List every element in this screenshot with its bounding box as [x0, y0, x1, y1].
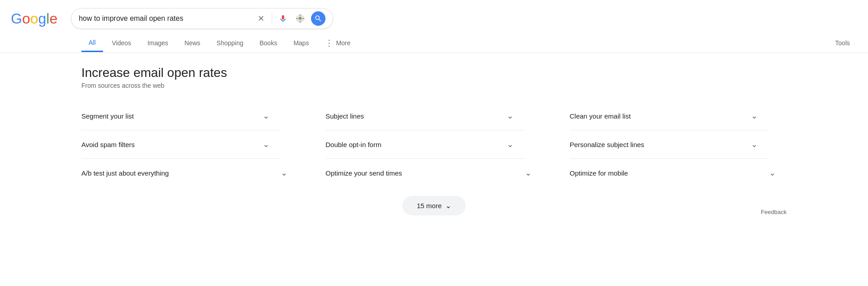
column-3: Clean your email list ⌄ Personalize subj…: [570, 102, 787, 187]
item-label: Segment your list: [81, 112, 134, 120]
logo-l: l: [46, 10, 49, 27]
tab-news-label: News: [184, 39, 200, 47]
search-bar: ✕: [71, 8, 333, 29]
tab-all[interactable]: All: [81, 34, 103, 52]
column-1: Segment your list ⌄ Avoid spam filters ⌄…: [81, 102, 298, 187]
header: G o o g l e ✕: [0, 0, 868, 29]
chevron-down-icon: ⌄: [525, 168, 532, 178]
list-item[interactable]: Double opt-in form ⌄: [326, 130, 524, 159]
tab-books-label: Books: [259, 39, 277, 47]
chevron-down-icon: ⌄: [751, 139, 758, 149]
logo-g1: G: [11, 10, 22, 27]
item-label: Optimize your send times: [326, 169, 402, 177]
main-content: Increase email open rates From sources a…: [0, 53, 868, 229]
svg-point-1: [299, 18, 301, 19]
list-item[interactable]: A/b test just about everything ⌄: [81, 159, 298, 187]
chevron-down-icon: ⌄: [751, 111, 758, 121]
tab-shopping[interactable]: Shopping: [209, 35, 250, 51]
tools-button[interactable]: Tools: [828, 35, 857, 51]
section-subtitle: From sources across the web: [81, 82, 787, 89]
tab-maps-label: Maps: [293, 39, 309, 47]
list-item[interactable]: Optimize your send times ⌄: [326, 159, 542, 187]
chevron-down-icon: ⌄: [263, 139, 269, 149]
item-label: Clean your email list: [570, 112, 631, 120]
search-input[interactable]: [79, 14, 250, 23]
clear-button[interactable]: ✕: [255, 12, 267, 25]
mic-icon: [278, 14, 288, 23]
tab-maps[interactable]: Maps: [286, 35, 316, 51]
chevron-down-icon: ⌄: [769, 168, 776, 178]
logo-o2: o: [30, 10, 38, 27]
chevron-down-icon: ⌄: [507, 139, 514, 149]
more-button-label: 15 more: [417, 202, 442, 210]
tab-images-label: Images: [147, 39, 168, 47]
logo-g2: g: [38, 10, 46, 27]
list-item[interactable]: Personalize subject lines ⌄: [570, 130, 769, 159]
logo-o1: o: [22, 10, 30, 27]
feedback-button[interactable]: Feedback: [761, 209, 787, 215]
item-label: Avoid spam filters: [81, 141, 135, 148]
tab-books[interactable]: Books: [252, 35, 284, 51]
nav-tabs: All Videos Images News Shopping Books Ma…: [0, 29, 868, 53]
list-item[interactable]: Optimize for mobile ⌄: [570, 159, 787, 187]
item-label: Optimize for mobile: [570, 169, 628, 177]
item-label: Subject lines: [326, 112, 364, 120]
column-2: Subject lines ⌄ Double opt-in form ⌄ Opt…: [326, 102, 542, 187]
more-button[interactable]: 15 more ⌄: [402, 196, 466, 215]
more-dots-icon: ⋮: [325, 38, 333, 48]
lens-button[interactable]: [294, 12, 307, 25]
tab-videos[interactable]: Videos: [105, 35, 139, 51]
tab-shopping-label: Shopping: [217, 39, 243, 47]
chevron-down-icon: ⌄: [507, 111, 514, 121]
google-logo[interactable]: G o o g l e: [11, 10, 57, 27]
clear-icon: ✕: [258, 14, 264, 24]
tab-videos-label: Videos: [112, 39, 132, 47]
chevron-down-icon: ⌄: [445, 201, 451, 210]
section-title: Increase email open rates: [81, 66, 787, 80]
tab-all-label: All: [89, 39, 96, 46]
list-item[interactable]: Avoid spam filters ⌄: [81, 130, 280, 159]
tab-more-label: More: [336, 39, 350, 47]
item-label: Personalize subject lines: [570, 141, 644, 148]
results-grid: Segment your list ⌄ Avoid spam filters ⌄…: [81, 102, 787, 187]
voice-search-button[interactable]: [277, 12, 289, 25]
chevron-down-icon: ⌄: [281, 168, 288, 178]
search-button[interactable]: [311, 11, 326, 26]
more-section: 15 more ⌄ Feedback: [81, 187, 787, 220]
list-item[interactable]: Subject lines ⌄: [326, 102, 524, 130]
divider: [272, 13, 272, 24]
item-label: Double opt-in form: [326, 141, 381, 148]
search-icon: [314, 14, 322, 23]
item-label: A/b test just about everything: [81, 169, 169, 177]
tab-images[interactable]: Images: [140, 35, 175, 51]
lens-icon: [295, 14, 305, 24]
list-item[interactable]: Segment your list ⌄: [81, 102, 280, 130]
tab-news[interactable]: News: [177, 35, 208, 51]
logo-e: e: [49, 10, 57, 27]
list-item[interactable]: Clean your email list ⌄: [570, 102, 769, 130]
chevron-down-icon: ⌄: [263, 111, 269, 121]
tab-more[interactable]: ⋮ More: [318, 33, 358, 52]
